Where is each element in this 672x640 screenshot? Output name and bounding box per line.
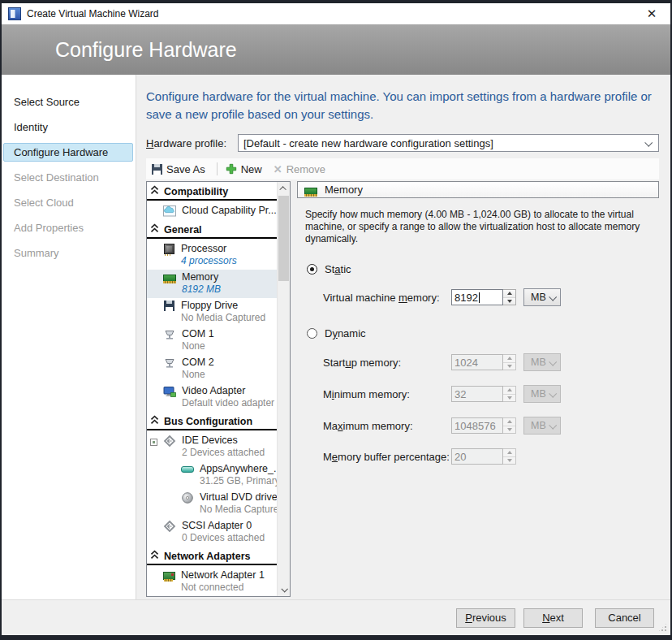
spin-up-icon[interactable]	[503, 449, 515, 456]
tree-section-general[interactable]: General	[147, 220, 277, 239]
dynamic-radio-label: Dynamic	[325, 327, 366, 339]
chevron-down-icon	[549, 389, 557, 397]
tree-item-sublabel: Default video adapter	[182, 397, 274, 409]
tree-item-sublabel: None	[182, 369, 214, 381]
spin-down-icon[interactable]	[503, 456, 515, 465]
save-as-button[interactable]: Save As	[148, 159, 213, 179]
tree-section-label: Bus Configuration	[164, 416, 252, 427]
tree-item-com-1[interactable]: COM 1None	[147, 326, 277, 355]
tree-item-network-adapter-1[interactable]: Network Adapter 1Not connected	[147, 568, 277, 596]
panel-title: Memory	[325, 184, 363, 196]
tree-section-network-adapters[interactable]: Network Adapters	[147, 547, 277, 565]
maximum-memory-unit-select[interactable]: MB	[523, 417, 561, 435]
maximum-memory-input[interactable]: 1048576	[451, 417, 503, 434]
memory-buffer-percentage-input[interactable]: 20	[451, 448, 503, 465]
hardware-tree: CompatibilityCloud Capability Pr...Gener…	[146, 181, 291, 597]
memory-buffer-percentage-spinner[interactable]	[503, 448, 516, 465]
spin-down-icon[interactable]	[503, 426, 515, 434]
tree-item-memory[interactable]: Memory8192 MB	[147, 270, 277, 298]
dynamic-radio-row[interactable]: Dynamic	[307, 327, 659, 339]
tree-item-sublabel: No Media Captured	[181, 312, 265, 324]
sidebar-item-identity[interactable]: Identity	[3, 118, 133, 136]
sidebar-item-add-properties[interactable]: Add Properties	[3, 218, 133, 237]
previous-button[interactable]: Previous	[456, 608, 515, 628]
hardware-profile-select[interactable]: [Default - create new hardware configura…	[238, 134, 659, 152]
tree-item-label: Floppy Drive	[181, 300, 265, 312]
processor-icon	[164, 244, 174, 254]
virtual-machine-memory-unit-select[interactable]: MB	[523, 288, 561, 306]
new-button[interactable]: New	[222, 159, 269, 179]
tree-item-label: AppsAnywhere_...	[200, 463, 275, 475]
field-label: Maximum memory:	[323, 420, 451, 432]
spin-up-icon[interactable]	[503, 355, 515, 362]
tree-scrollbar[interactable]	[277, 182, 290, 596]
scroll-down-icon[interactable]	[278, 583, 290, 596]
field-label: Minimum memory:	[323, 388, 451, 400]
tree-item-cloud-capability-pr[interactable]: Cloud Capability Pr...	[147, 203, 277, 220]
chevron-down-icon	[644, 139, 653, 147]
tree-item-label: Network Adapter 1	[181, 569, 265, 582]
wizard-banner: Configure Hardware	[2, 24, 670, 75]
next-button[interactable]: Next	[523, 608, 583, 628]
profile-toolbar: Save As New ✕ Remove	[146, 158, 659, 179]
sidebar-item-configure-hardware[interactable]: Configure Hardware	[3, 143, 133, 162]
spin-up-icon[interactable]	[503, 418, 515, 426]
startup-memory-input[interactable]: 1024	[451, 354, 503, 370]
sidebar-item-select-source[interactable]: Select Source	[3, 93, 133, 111]
static-radio[interactable]	[307, 264, 317, 275]
tree-item-floppy-drive[interactable]: Floppy DriveNo Media Captured	[147, 298, 277, 326]
close-icon[interactable]: ✕	[640, 6, 664, 21]
tree-item-processor[interactable]: Processor4 processors	[147, 241, 277, 270]
sidebar-item-select-destination[interactable]: Select Destination	[3, 168, 133, 187]
scrollbar-thumb[interactable]	[278, 196, 289, 281]
scsi-icon	[163, 520, 176, 533]
startup-memory-unit-select[interactable]: MB	[523, 353, 561, 371]
tree-item-label: SCSI Adapter 0	[182, 520, 265, 532]
tree-item-video-adapter[interactable]: Video AdapterDefault video adapter	[147, 383, 277, 412]
field-maximum-memory: Maximum memory:1048576MB	[323, 417, 659, 435]
spin-down-icon[interactable]	[503, 297, 515, 305]
tree-section-compatibility[interactable]: Compatibility	[147, 182, 277, 201]
main-area: Configure hardware for the virtual machi…	[136, 75, 670, 599]
spin-up-icon[interactable]	[503, 290, 515, 297]
com-icon	[163, 328, 176, 341]
dynamic-radio[interactable]	[307, 328, 317, 339]
minimum-memory-input[interactable]: 32	[451, 386, 503, 402]
tree-section-bus-configuration[interactable]: Bus Configuration	[147, 412, 277, 430]
startup-memory-spinner[interactable]	[503, 354, 516, 370]
sidebar-item-summary[interactable]: Summary	[3, 244, 133, 262]
spin-down-icon[interactable]	[503, 394, 515, 402]
spin-up-icon[interactable]	[503, 387, 515, 394]
dvd-icon	[181, 491, 194, 504]
expander-icon[interactable]	[150, 439, 157, 446]
minimum-memory-unit-select[interactable]: MB	[523, 385, 561, 403]
tree-item-scsi-adapter-0[interactable]: SCSI Adapter 00 Devices attached	[147, 518, 277, 547]
virtual-machine-memory-spinner[interactable]	[503, 289, 516, 305]
remove-button[interactable]: ✕ Remove	[269, 159, 333, 179]
cancel-button[interactable]: Cancel	[595, 608, 654, 628]
tree-item-virtual-dvd-drive[interactable]: Virtual DVD driveNo Media Captured	[147, 490, 277, 518]
tree-item-sublabel: 8192 MB	[182, 283, 221, 296]
sidebar-item-select-cloud[interactable]: Select Cloud	[3, 193, 133, 212]
tree-item-appsanywhere[interactable]: AppsAnywhere_...31.25 GB, Primary	[147, 461, 277, 490]
tree-item-ide-devices[interactable]: IDE Devices2 Devices attached	[147, 433, 277, 461]
collapse-chevrons-icon	[150, 185, 159, 197]
tree-item-label: Video Adapter	[182, 385, 274, 397]
chevron-down-icon	[549, 357, 557, 365]
chevron-down-icon	[549, 421, 557, 429]
minimum-memory-spinner[interactable]	[503, 386, 516, 402]
resize-grip-icon[interactable]	[657, 622, 668, 633]
tree-item-label: IDE Devices	[182, 435, 265, 447]
tree-item-label: COM 2	[182, 357, 214, 369]
scroll-up-icon[interactable]	[278, 182, 290, 195]
tree-item-label: Processor	[181, 243, 237, 255]
static-radio-row[interactable]: Static	[307, 263, 659, 275]
maximum-memory-spinner[interactable]	[503, 417, 516, 434]
spin-down-icon[interactable]	[503, 362, 515, 370]
virtual-machine-memory-input[interactable]: 8192	[451, 289, 503, 305]
cloud-icon	[163, 205, 176, 218]
window-title: Create Virtual Machine Wizard	[27, 8, 640, 19]
field-label: Startup memory:	[323, 357, 451, 369]
tree-item-com-2[interactable]: COM 2None	[147, 355, 277, 383]
field-label: Virtual machine memory:	[323, 292, 451, 304]
